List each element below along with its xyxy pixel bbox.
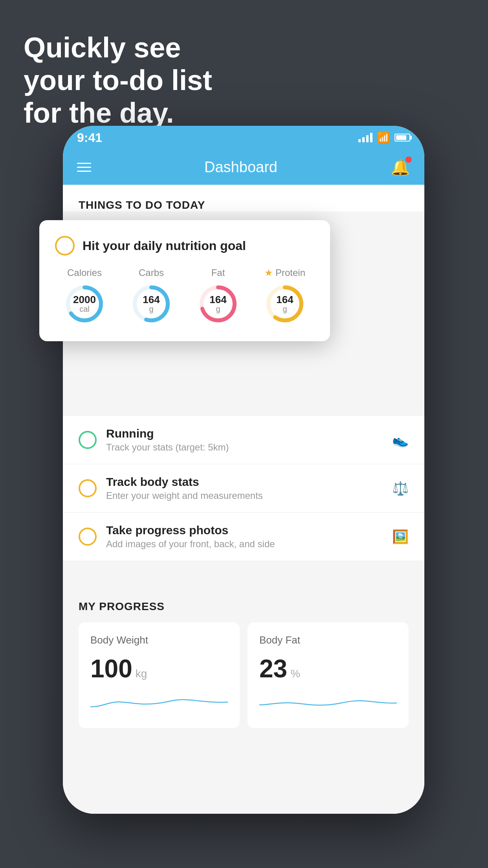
todo-desc-running: Track your stats (target: 5km) bbox=[106, 442, 383, 453]
nutrition-check-circle bbox=[55, 236, 75, 256]
todo-circle-running bbox=[79, 431, 97, 449]
header-title: Dashboard bbox=[204, 159, 277, 176]
todo-item-running[interactable]: Running Track your stats (target: 5km) 👟 bbox=[63, 416, 424, 464]
fat-donut: 164 g bbox=[196, 282, 240, 326]
status-time: 9:41 bbox=[77, 131, 102, 145]
todo-text-body-stats: Track body stats Enter your weight and m… bbox=[106, 475, 383, 501]
carbs-label: Carbs bbox=[139, 267, 164, 278]
body-fat-label: Body Fat bbox=[259, 634, 397, 646]
app-header: Dashboard 🔔 bbox=[63, 149, 424, 185]
progress-cards: Body Weight 100 kg Body Fat 23 % bbox=[79, 622, 409, 728]
body-weight-value: 100 kg bbox=[90, 654, 228, 683]
status-bar: 9:41 📶 bbox=[63, 126, 424, 149]
fat-stat: Fat 164 g bbox=[196, 267, 240, 326]
protein-stat: ★ Protein 164 g bbox=[263, 267, 306, 326]
wifi-icon: 📶 bbox=[377, 132, 390, 144]
progress-section: MY PROGRESS Body Weight 100 kg Body Fat bbox=[63, 585, 424, 728]
todo-item-body-stats[interactable]: Track body stats Enter your weight and m… bbox=[63, 464, 424, 513]
nutrition-card: Hit your daily nutrition goal Calories 2… bbox=[39, 220, 330, 341]
todo-desc-body-stats: Enter your weight and measurements bbox=[106, 490, 383, 501]
body-weight-card[interactable]: Body Weight 100 kg bbox=[79, 622, 240, 728]
body-weight-unit: kg bbox=[136, 668, 147, 680]
battery-icon bbox=[394, 134, 410, 142]
calories-donut: 2000 cal bbox=[63, 282, 106, 326]
todo-name-photos: Take progress photos bbox=[106, 524, 383, 537]
body-fat-value: 23 % bbox=[259, 654, 397, 683]
progress-section-title: MY PROGRESS bbox=[79, 600, 409, 613]
calories-stat: Calories 2000 cal bbox=[63, 267, 106, 326]
nutrition-stats: Calories 2000 cal Carbs bbox=[55, 267, 314, 326]
status-icons: 📶 bbox=[358, 132, 410, 144]
todo-item-photos[interactable]: Take progress photos Add images of your … bbox=[63, 513, 424, 561]
body-fat-unit: % bbox=[290, 668, 300, 680]
notification-badge bbox=[405, 156, 412, 163]
running-icon: 👟 bbox=[392, 432, 409, 448]
fat-unit: g bbox=[209, 305, 226, 314]
signal-icon bbox=[358, 133, 372, 142]
calories-unit: cal bbox=[73, 305, 96, 314]
todo-circle-photos bbox=[79, 528, 97, 546]
carbs-donut: 164 g bbox=[130, 282, 173, 326]
todo-text-running: Running Track your stats (target: 5km) bbox=[106, 427, 383, 453]
body-fat-number: 23 bbox=[259, 654, 287, 683]
background-headline: Quickly see your to-do list for the day. bbox=[24, 31, 212, 129]
carbs-unit: g bbox=[143, 305, 160, 314]
todo-list: Running Track your stats (target: 5km) 👟… bbox=[63, 416, 424, 561]
calories-label: Calories bbox=[67, 267, 102, 278]
todo-desc-photos: Add images of your front, back, and side bbox=[106, 539, 383, 550]
things-section-title: THINGS TO DO TODAY bbox=[79, 199, 409, 211]
body-fat-card[interactable]: Body Fat 23 % bbox=[248, 622, 409, 728]
protein-donut: 164 g bbox=[263, 282, 306, 326]
calories-value: 2000 bbox=[73, 294, 96, 305]
menu-button[interactable] bbox=[77, 163, 91, 172]
nutrition-card-title: Hit your daily nutrition goal bbox=[83, 239, 246, 253]
notification-button[interactable]: 🔔 bbox=[391, 158, 410, 177]
todo-name-running: Running bbox=[106, 427, 383, 440]
headline-line1: Quickly see bbox=[24, 32, 181, 63]
protein-unit: g bbox=[276, 305, 293, 314]
photo-icon: 🖼️ bbox=[392, 529, 409, 544]
body-weight-label: Body Weight bbox=[90, 634, 228, 646]
protein-value: 164 bbox=[276, 294, 293, 305]
body-weight-chart bbox=[90, 691, 228, 715]
things-section: THINGS TO DO TODAY bbox=[63, 185, 424, 211]
protein-label: ★ Protein bbox=[264, 267, 305, 278]
todo-text-photos: Take progress photos Add images of your … bbox=[106, 524, 383, 550]
fat-label: Fat bbox=[211, 267, 225, 278]
body-fat-chart bbox=[259, 691, 397, 715]
todo-name-body-stats: Track body stats bbox=[106, 475, 383, 489]
headline-line2: your to-do list bbox=[24, 64, 212, 96]
headline-line3: for the day. bbox=[24, 97, 174, 129]
body-weight-number: 100 bbox=[90, 654, 132, 683]
carbs-stat: Carbs 164 g bbox=[130, 267, 173, 326]
scale-icon: ⚖️ bbox=[392, 480, 409, 496]
todo-circle-body-stats bbox=[79, 479, 97, 497]
nutrition-card-header: Hit your daily nutrition goal bbox=[55, 236, 314, 256]
carbs-value: 164 bbox=[143, 294, 160, 305]
protein-star-icon: ★ bbox=[264, 267, 273, 278]
fat-value: 164 bbox=[209, 294, 226, 305]
